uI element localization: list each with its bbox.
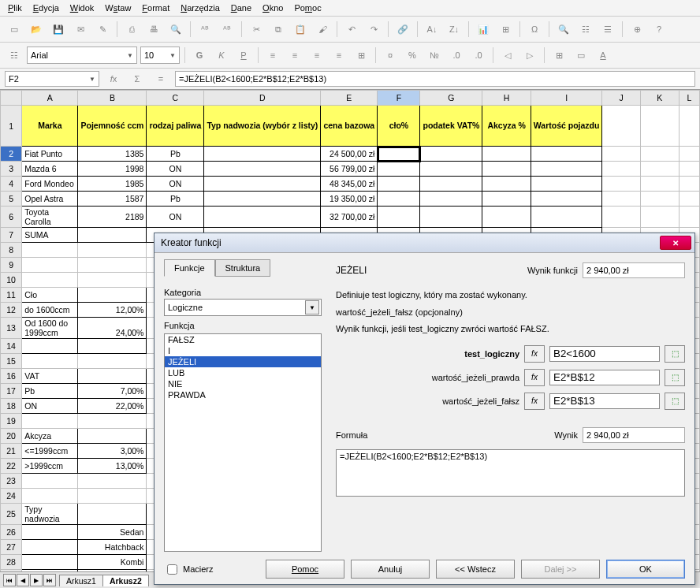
dialog-titlebar[interactable]: Kreator funkcji ✕ [155,233,694,253]
align-center-icon[interactable]: ≡ [285,46,304,65]
fn-wizard-icon[interactable]: fx [104,69,123,88]
zoom-icon[interactable]: ⊕ [627,20,646,39]
undo-icon[interactable]: ↶ [342,20,361,39]
cell[interactable]: Pb [22,384,78,399]
font-name-combo[interactable]: Arial▼ [27,47,137,64]
cell[interactable]: 56 799,00 zł [321,162,378,177]
save-icon[interactable]: 💾 [49,20,68,39]
cell[interactable]: 1587 [78,192,147,207]
rowh-4[interactable]: 4 [1,177,22,192]
font-size-combo[interactable]: 10▼ [140,47,180,64]
bold-icon[interactable]: G [190,46,209,65]
font-color-icon[interactable]: A [594,46,612,65]
arg2-input[interactable] [549,370,660,385]
cell[interactable] [420,147,482,162]
cell[interactable]: 13,00% [78,459,147,474]
cell[interactable]: Ford Mondeo [22,177,78,192]
next-sheet-icon[interactable]: ▶ [30,574,43,586]
cell[interactable]: 24 500,00 zł [321,147,378,162]
cell[interactable]: Sedan [78,525,147,540]
cell[interactable]: Fiat Punto [22,147,78,162]
borders-icon[interactable]: ⊞ [549,46,568,65]
cell[interactable]: <=1999ccm [22,444,78,459]
cell[interactable]: 2189 [78,207,147,228]
cell[interactable] [204,162,321,177]
menu-dane[interactable]: Dane [226,2,256,14]
formula-textarea[interactable]: =JEŻELI(B2<1600;E2*B$12;E2*B$13) [336,449,685,497]
currency-icon[interactable]: ¤ [381,46,400,65]
cell[interactable]: Mazda 6 [22,162,78,177]
cell[interactable]: Pb [147,192,204,207]
menu-narzedzia[interactable]: Narzędzia [176,2,225,14]
colh-A[interactable]: A [22,91,78,106]
cell[interactable]: 7,00% [78,384,147,399]
sort-asc-icon[interactable]: A↓ [423,20,441,39]
fx-icon[interactable]: fx [524,345,545,363]
italic-icon[interactable]: K [212,46,231,65]
shrink-icon[interactable]: ⬚ [665,393,685,410]
sum-icon[interactable]: Σ [128,69,147,88]
cell[interactable]: VAT [22,369,78,384]
cell[interactable]: 32 700,00 zł [321,207,378,228]
cell[interactable]: Cło [22,288,78,303]
underline-icon[interactable]: P [234,46,253,65]
link-icon[interactable]: 🔗 [393,20,412,39]
colh-E[interactable]: E [321,91,378,106]
number-icon[interactable]: № [425,46,444,65]
list-item[interactable]: LUB [165,367,321,378]
cell[interactable]: 1998 [78,162,147,177]
pdf-icon[interactable]: ⎙ [122,20,141,39]
colh-G[interactable]: G [420,91,482,106]
brush-icon[interactable]: 🖌 [313,20,332,39]
tab-arkusz1[interactable]: Arkusz1 [59,575,103,586]
list-item[interactable]: NIE [165,378,321,389]
inc-indent-icon[interactable]: ▷ [520,46,539,65]
spell-icon[interactable]: ᴬᴮ [195,20,214,39]
fill-color-icon[interactable]: ▭ [572,46,590,65]
cell[interactable]: 24,00% [78,318,147,339]
kategoria-combo[interactable]: Logiczne▼ [164,299,322,316]
fx-icon[interactable]: fx [524,393,545,410]
menu-wstaw[interactable]: Wstaw [100,2,136,14]
align-right-icon[interactable]: ≡ [307,46,326,65]
tab-arkusz2[interactable]: Arkusz2 [102,575,149,586]
shrink-icon[interactable]: ⬚ [665,345,685,363]
merge-icon[interactable]: ⊞ [352,46,370,65]
close-icon[interactable]: ✕ [660,236,691,250]
prev-sheet-icon[interactable]: ◀ [17,574,29,586]
cell[interactable]: ON [147,162,204,177]
macierz-checkbox[interactable]: Macierz [164,562,214,577]
cell[interactable]: 22,00% [78,399,147,414]
menu-widok[interactable]: Widok [65,2,99,14]
cell[interactable]: SUMA [22,228,78,243]
rowh-7[interactable]: 7 [1,228,22,243]
menu-okno[interactable]: Okno [258,2,288,14]
colh-J[interactable]: J [602,91,640,106]
colh-H[interactable]: H [482,91,531,106]
first-sheet-icon[interactable]: ⏮ [3,574,16,586]
cell[interactable]: Pb [147,147,204,162]
help-icon[interactable]: ? [650,20,668,39]
cell[interactable]: 3,00% [78,444,147,459]
colh-D[interactable]: D [204,91,321,106]
styles-icon[interactable]: ☷ [5,46,24,65]
cell[interactable]: 1385 [78,147,147,162]
arg1-input[interactable] [549,346,660,362]
cell[interactable] [531,147,602,162]
list-item[interactable]: I [165,345,321,356]
cell[interactable]: 19 350,00 zł [321,192,378,207]
formula-input[interactable]: =JEŻELI(B2<1600;E2*B$12;E2*B$13) [175,71,695,87]
rowh-3[interactable]: 3 [1,162,22,177]
arg3-input[interactable] [549,393,660,409]
cell[interactable]: ON [147,207,204,228]
rowh-2[interactable]: 2 [1,147,22,162]
rowh-1[interactable]: 1 [1,106,22,147]
shrink-icon[interactable]: ⬚ [665,369,685,386]
pomoc-button[interactable]: Pomoc [266,560,344,579]
anuluj-button[interactable]: Anuluj [351,560,430,579]
cell[interactable]: Opel Astra [22,192,78,207]
dec-indent-icon[interactable]: ◁ [498,46,517,65]
dalej-button[interactable]: Dalej >> [521,560,600,579]
data-icon[interactable]: ☰ [598,20,617,39]
menu-plik[interactable]: Plik [3,2,27,14]
